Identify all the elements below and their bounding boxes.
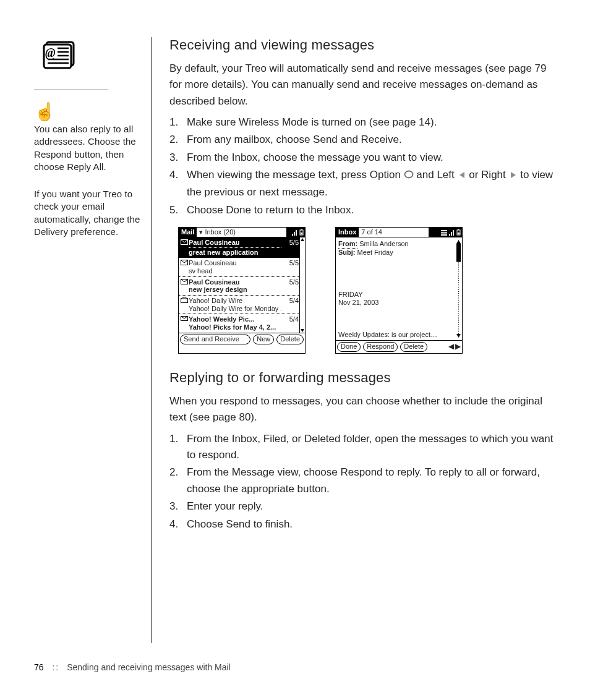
message-text-line: Nov 21, 2003: [338, 299, 460, 307]
sidebar-divider: [34, 89, 108, 90]
delete-button[interactable]: Delete: [400, 342, 427, 352]
svg-text:@: @: [45, 46, 56, 60]
svg-marker-10: [511, 172, 516, 178]
message-row[interactable]: Paul Cousineau great new application 5/5: [179, 237, 300, 258]
section-intro: When you respond to messages, you can ch…: [169, 393, 556, 426]
svg-point-8: [404, 171, 413, 178]
point-hand-icon: ☝: [34, 103, 145, 121]
step-item: From the Inbox, choose the message you w…: [169, 150, 556, 166]
battery-icon: [299, 229, 304, 236]
steps-list-1: Make sure Wireless Mode is turned on (se…: [169, 114, 556, 218]
scroll-down-icon: [300, 328, 305, 333]
from-value: Smilla Anderson: [359, 240, 409, 247]
sidebar: @ ☝ You can also reply to all addressees…: [34, 37, 152, 643]
scrollbar[interactable]: [299, 237, 305, 332]
app-title: Mail: [179, 228, 197, 237]
envelope-open-icon: [180, 239, 189, 256]
option-key-icon: [404, 168, 414, 184]
envelope-open-icon: [180, 278, 189, 294]
right-arrow-icon: [509, 168, 518, 184]
message-subject: Yahoo! Daily Wire for Monday ...: [189, 305, 281, 313]
message-text-line: Weekly Updates: is our project…: [338, 331, 460, 339]
svg-rect-25: [441, 232, 447, 233]
sidebar-tip-1: You can also reply to all addressees. Ch…: [34, 123, 145, 173]
signal-icon: [449, 229, 455, 236]
svg-rect-35: [456, 244, 461, 262]
message-text-line: FRIDAY: [338, 291, 460, 299]
message-date: 5/4: [281, 315, 299, 331]
subj-value: Meet Friday: [357, 249, 393, 256]
mail-message-screenshot: Inbox 7 of 14 From: Smilla: [335, 227, 463, 354]
svg-marker-22: [301, 238, 304, 241]
send-receive-button[interactable]: Send and Receive: [180, 335, 250, 344]
from-line: From: Smilla Anderson: [338, 240, 460, 249]
prev-next-nav[interactable]: ◀ ▶: [448, 343, 461, 351]
message-row[interactable]: Paul Cousineau new jersey design 5/5: [179, 277, 300, 296]
scroll-up-icon: [300, 237, 305, 242]
step-item: From the Inbox, Filed, or Deleted folder…: [169, 431, 556, 464]
step-item: Enter your reply.: [169, 498, 556, 514]
message-sender: Paul Cousineau: [189, 259, 281, 267]
message-row[interactable]: Paul Cousineau sv head 5/5: [179, 258, 300, 276]
folder-label: Inbox (20): [205, 228, 236, 236]
message-list: Paul Cousineau great new application 5/5: [179, 237, 305, 332]
svg-marker-33: [456, 240, 461, 244]
new-button[interactable]: New: [253, 335, 274, 344]
titlebar: Inbox 7 of 14: [336, 228, 462, 237]
page-footer: 76 :: Sending and receiving messages wit…: [34, 662, 231, 672]
svg-rect-15: [301, 229, 302, 231]
message-date: 5/4: [281, 297, 299, 312]
titlebar: Mail ▾ Inbox (20): [179, 228, 305, 237]
button-bar: Send and Receive New Delete: [179, 333, 305, 346]
svg-rect-32: [458, 233, 460, 234]
message-sender: Yahoo! Weekly Pic...: [189, 315, 281, 323]
svg-rect-11: [292, 234, 293, 236]
step-item: Choose Done to return to the Inbox.: [169, 202, 556, 218]
signal-icon: [292, 229, 298, 236]
sidebar-tip-2: If you want your Treo to check your emai…: [34, 188, 145, 238]
manual-page: @ ☝ You can also reply to all addressees…: [0, 0, 590, 700]
page-number: 76: [34, 662, 44, 672]
from-label: From:: [338, 240, 357, 249]
envelope-open-icon: [180, 297, 189, 312]
subj-label: Subj:: [338, 249, 356, 256]
section-heading: Receiving and viewing messages: [169, 37, 556, 53]
step-item: Make sure Wireless Mode is turned on (se…: [169, 114, 556, 130]
step-text: When viewing the message text, press Opt…: [187, 169, 401, 181]
envelope-closed-icon: [180, 315, 189, 331]
respond-button[interactable]: Respond: [363, 342, 398, 352]
step-item: Choose Send to finish.: [169, 516, 556, 532]
step-item: From any mailbox, choose Send and Receiv…: [169, 132, 556, 148]
button-bar: Done Respond Delete ◀ ▶: [336, 340, 462, 353]
steps-list-2: From the Inbox, Filed, or Deleted folder…: [169, 431, 556, 532]
message-counter: 7 of 14: [359, 228, 385, 236]
subj-line: Subj: Meet Friday: [338, 249, 460, 257]
message-sender: Yahoo! Daily Wire: [189, 297, 281, 305]
message-body: From: Smilla Anderson Subj: Meet Friday …: [336, 237, 462, 340]
step-text: or Right: [469, 169, 506, 181]
envelope-open-icon: [180, 259, 189, 275]
counter-text: 7 of 14: [361, 228, 382, 236]
message-row[interactable]: Yahoo! Daily Wire Yahoo! Daily Wire for …: [179, 296, 300, 314]
folder-dropdown[interactable]: ▾ Inbox (20): [197, 228, 238, 236]
step-item: When viewing the message text, press Opt…: [169, 167, 556, 201]
done-button[interactable]: Done: [337, 342, 361, 352]
section-heading: Replying to or forwarding messages: [169, 370, 556, 386]
chapter-title: Sending and receiving messages with Mail: [67, 662, 231, 672]
step-item: From the Message view, choose Respond to…: [169, 464, 556, 497]
message-date: 5/5: [281, 239, 299, 256]
svg-marker-36: [456, 334, 461, 338]
message-row[interactable]: Yahoo! Weekly Pic... Yahoo! Picks for Ma…: [179, 314, 300, 332]
app-title: Inbox: [336, 228, 359, 237]
scrollbar[interactable]: [456, 240, 461, 338]
list-icon: [441, 229, 447, 236]
prev-arrow-icon: ◀: [448, 343, 454, 351]
mail-inbox-screenshot: Mail ▾ Inbox (20): [178, 227, 306, 354]
step-text: and Left: [416, 169, 454, 181]
svg-marker-23: [301, 329, 304, 332]
svg-rect-26: [441, 234, 447, 236]
message-date: 5/5: [281, 259, 299, 275]
delete-button[interactable]: Delete: [276, 335, 304, 344]
column-divider: [152, 37, 152, 643]
message-date: 5/5: [281, 278, 299, 294]
